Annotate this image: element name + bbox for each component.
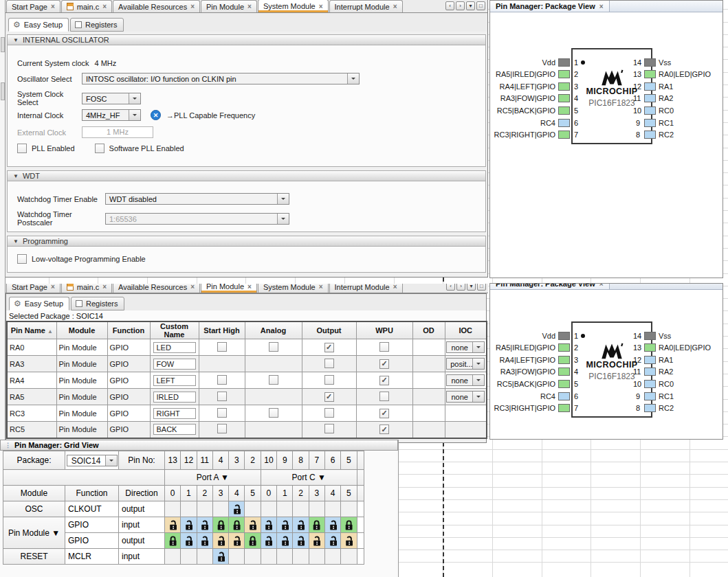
pin-number-header[interactable]: 7 [309, 451, 324, 470]
bit-number-header[interactable]: 5 [245, 486, 261, 501]
bit-number-header[interactable]: 3 [212, 486, 228, 501]
scroll-right-icon[interactable]: › [456, 1, 465, 10]
grid-pin-cell-locked[interactable] [341, 517, 357, 533]
pin-number-header[interactable]: 13 [165, 451, 181, 470]
scroll-left-icon[interactable]: ‹ [445, 1, 454, 10]
package-pin-right-10[interactable]: 10RC0 [633, 106, 728, 115]
tab-close-icon[interactable]: × [190, 3, 195, 10]
grid-pin-cell-open[interactable] [197, 533, 212, 549]
pin-box[interactable] [644, 58, 656, 67]
ioc-combo[interactable]: posit... [446, 358, 485, 370]
bit-number-header[interactable]: 0 [165, 486, 181, 501]
package-pin-left-7[interactable]: RC3|RIGHT|GPIO7 [492, 404, 629, 413]
pin-checkbox[interactable] [324, 343, 334, 352]
pin-table-header-custom-name[interactable]: Custom Name [150, 321, 199, 339]
pin-box[interactable] [644, 70, 656, 78]
grid-header-function[interactable]: Function [65, 486, 119, 501]
pin-checkbox[interactable] [269, 408, 278, 418]
port-c-header[interactable]: Port C ▼ [261, 470, 357, 486]
package-pin-left-4[interactable]: RA3|FOW|GPIO4 [492, 94, 629, 103]
pin-box[interactable] [644, 380, 656, 388]
custom-name-input[interactable]: LEFT [153, 375, 196, 386]
pin-number-header[interactable]: 9 [277, 451, 293, 470]
ioc-combo[interactable]: none [446, 391, 485, 403]
grid-pin-cell-open[interactable] [277, 517, 293, 533]
pin-box[interactable] [558, 58, 570, 67]
grid-header-module[interactable]: Module [3, 486, 65, 501]
tab-close-icon[interactable]: × [319, 284, 323, 291]
package-pin-left-2[interactable]: RA5|IRLED|GPIO2 [492, 343, 629, 352]
bit-number-header[interactable]: 0 [261, 486, 276, 501]
package-pin-right-9[interactable]: 9RC1 [633, 118, 728, 127]
custom-name-input[interactable]: LED [153, 342, 196, 353]
pin-checkbox[interactable] [217, 392, 227, 401]
tab-close-icon[interactable]: × [51, 3, 55, 10]
ioc-combo[interactable]: none [446, 374, 485, 386]
pin-table-header-output[interactable]: Output [302, 321, 356, 339]
editor-tab-system-module[interactable]: System Module× [258, 0, 329, 12]
editor-tab-pin-module[interactable]: Pin Module× [201, 0, 257, 12]
grid-pin-cell-locked[interactable] [309, 517, 324, 533]
chevron-down-icon[interactable] [129, 110, 140, 120]
package-pin-right-13[interactable]: 13RA0|LED|GPIO [633, 70, 728, 79]
pin-table-header-module[interactable]: Module [56, 321, 107, 339]
pin-table-header-ioc[interactable]: IOC [445, 321, 487, 339]
close-icon[interactable]: × [599, 3, 604, 10]
internal-clock-combo[interactable]: 4MHz_HF [82, 109, 141, 121]
registers-tab[interactable]: Registers [71, 297, 124, 310]
pin-checkbox[interactable] [324, 392, 334, 402]
grid-pin-cell-open[interactable] [324, 517, 340, 533]
grid-module-cell[interactable]: Pin Module ▼ [3, 517, 65, 549]
pin-checkbox[interactable] [379, 342, 389, 352]
pin-checkbox[interactable] [324, 375, 334, 385]
tab-close-icon[interactable]: × [190, 284, 195, 291]
pin-checkbox[interactable] [217, 424, 227, 433]
package-pin-left-7[interactable]: RC3|RIGHT|GPIO7 [492, 131, 629, 139]
pin-box[interactable] [558, 106, 570, 115]
package-pin-left-6[interactable]: RC46 [492, 118, 629, 127]
tab-close-icon[interactable]: × [247, 3, 252, 10]
package-pin-left-5[interactable]: RC5|BACK|GPIO5 [492, 106, 629, 115]
pin-checkbox[interactable] [324, 424, 334, 433]
grid-pin-cell-open[interactable] [229, 533, 245, 549]
pin-box[interactable] [558, 332, 570, 340]
package-pin-left-3[interactable]: RA4|LEFT|GPIO3 [492, 82, 629, 91]
grid-pin-cell-open[interactable] [261, 533, 276, 549]
bit-number-header[interactable]: 5 [341, 486, 357, 501]
pin-box[interactable] [644, 131, 656, 139]
grid-pin-cell-locked[interactable] [229, 517, 245, 533]
pin-table-header-function[interactable]: Function [107, 321, 150, 339]
tab-close-icon[interactable]: × [102, 284, 107, 291]
pin-table-header-pin-name[interactable]: Pin Name ▲ [7, 321, 56, 339]
package-pin-right-11[interactable]: 11RA2 [633, 94, 728, 103]
pin-checkbox[interactable] [217, 342, 227, 352]
grid-pin-cell-open[interactable] [293, 517, 309, 533]
maximize-icon[interactable]: □ [476, 1, 485, 10]
pin-box[interactable] [558, 404, 570, 412]
pin-checkbox[interactable] [269, 375, 278, 385]
pin-box[interactable] [644, 332, 656, 340]
pin-number-header[interactable]: 3 [229, 451, 245, 470]
pin-box[interactable] [558, 70, 570, 78]
package-pin-right-10[interactable]: 10RC0 [633, 379, 728, 388]
grid-pin-cell-open[interactable] [341, 533, 357, 549]
grid-pin-cell-open[interactable] [245, 517, 261, 533]
bit-number-header[interactable]: 2 [197, 486, 212, 501]
editor-tab-interrupt-module[interactable]: Interrupt Module× [329, 284, 403, 293]
pin-number-header[interactable]: 6 [324, 451, 340, 470]
pin-number-header[interactable]: 5 [341, 451, 357, 470]
package-pin-left-5[interactable]: RC5|BACK|GPIO5 [492, 379, 629, 388]
package-pin-right-14[interactable]: 14Vss [633, 331, 728, 340]
pin-box[interactable] [644, 392, 656, 400]
editor-tab-system-module[interactable]: System Module× [258, 284, 329, 293]
grid-pin-cell-locked[interactable] [245, 533, 261, 549]
editor-tab-interrupt-module[interactable]: Interrupt Module× [329, 0, 403, 12]
chevron-down-icon[interactable] [472, 359, 484, 369]
tab-close-icon[interactable]: × [393, 284, 397, 291]
package-pin-left-1[interactable]: Vdd1 [492, 58, 629, 67]
editor-tab-pin-module[interactable]: Pin Module× [201, 284, 257, 293]
pin-checkbox[interactable] [324, 359, 334, 368]
close-icon[interactable]: × [599, 284, 604, 288]
grid-pin-cell-open[interactable] [324, 533, 340, 549]
package-pin-left-4[interactable]: RA3|FOW|GPIO4 [492, 367, 629, 376]
